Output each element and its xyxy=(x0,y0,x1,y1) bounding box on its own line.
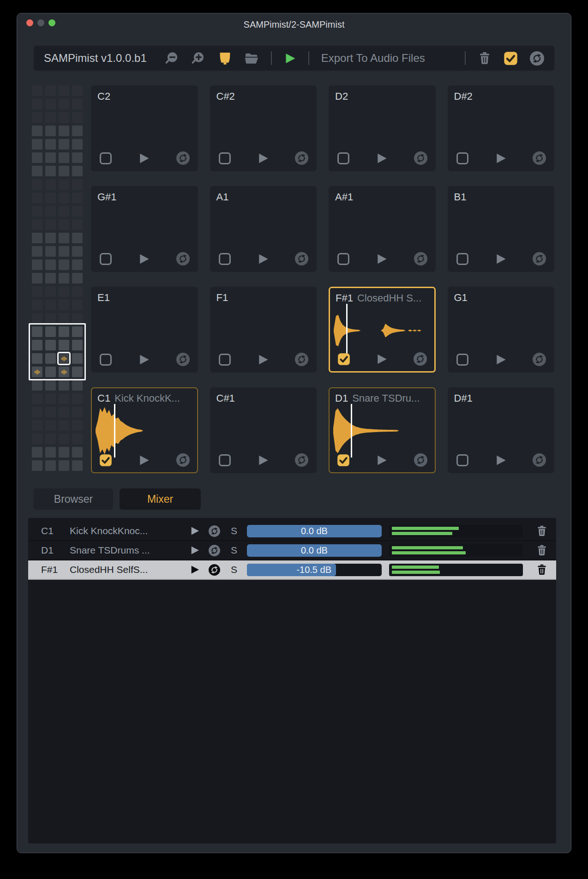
minimap-cell[interactable] xyxy=(72,286,83,297)
minimap-cell[interactable] xyxy=(72,206,83,217)
pad-play-button[interactable] xyxy=(138,253,150,265)
pad-checkbox[interactable] xyxy=(456,253,469,265)
minimap-cell[interactable] xyxy=(32,112,42,123)
pad-as1[interactable]: A#1 xyxy=(329,186,436,272)
pad-checkbox[interactable] xyxy=(218,454,231,467)
minimap-cell[interactable] xyxy=(45,286,56,297)
pad-sync-button[interactable] xyxy=(533,252,546,265)
pad-b1[interactable]: B1 xyxy=(448,186,555,272)
pad-play-button[interactable] xyxy=(257,152,269,164)
minimap-cell[interactable] xyxy=(32,313,42,324)
minimap-cell[interactable] xyxy=(45,447,56,458)
minimap-cell[interactable] xyxy=(59,420,69,431)
minimap-cell[interactable] xyxy=(32,460,42,471)
pad-checkbox[interactable] xyxy=(218,253,231,265)
pad-checkbox[interactable] xyxy=(337,353,350,366)
pad-checkbox[interactable] xyxy=(218,353,231,366)
pad-play-button[interactable] xyxy=(257,354,269,366)
solo-button[interactable]: S xyxy=(224,525,244,537)
minimap-cell[interactable] xyxy=(59,407,69,417)
minimap-cell[interactable] xyxy=(45,300,56,310)
mixer-play-button[interactable] xyxy=(185,545,204,555)
pad-play-button[interactable] xyxy=(495,454,507,466)
pad-checkbox[interactable] xyxy=(337,253,350,265)
playhead-marker[interactable] xyxy=(351,404,352,458)
volume-slider[interactable]: -10.5 dB xyxy=(247,564,382,576)
pad-ds1[interactable]: D#1 xyxy=(448,387,555,473)
minimap-cell[interactable] xyxy=(32,259,42,270)
pad-sync-button[interactable] xyxy=(414,352,427,366)
minimap-cell[interactable] xyxy=(59,126,69,136)
minimap-cell[interactable] xyxy=(32,99,42,109)
minimap-cell[interactable] xyxy=(32,380,42,391)
minimap-cell[interactable] xyxy=(32,447,42,458)
zoom-in-icon[interactable] xyxy=(192,51,206,66)
minimap-cell[interactable] xyxy=(72,393,83,404)
minimap-cell[interactable] xyxy=(45,112,56,123)
minimap-cell[interactable] xyxy=(59,460,69,471)
mixer-delete-button[interactable] xyxy=(534,525,550,537)
minimap-cell[interactable] xyxy=(59,246,69,257)
volume-slider[interactable]: 0.0 dB xyxy=(247,544,382,557)
minimap-cell[interactable] xyxy=(32,300,42,310)
mixer-play-button[interactable] xyxy=(185,526,204,536)
minimap-cell[interactable] xyxy=(59,273,69,283)
pad-c1[interactable]: C1 Kick KnockK... xyxy=(91,387,198,473)
open-folder-icon[interactable] xyxy=(244,51,259,66)
pad-sync-button[interactable] xyxy=(414,453,427,467)
volume-slider[interactable]: 0.0 dB xyxy=(247,525,382,537)
minimap-cell[interactable] xyxy=(72,447,83,458)
export-audio-button[interactable]: Export To Audio Files xyxy=(321,52,425,65)
minimap-viewport[interactable] xyxy=(29,323,86,380)
select-all-checkbox[interactable] xyxy=(504,51,518,66)
minimap-cell[interactable] xyxy=(59,259,69,270)
minimap-cell[interactable] xyxy=(72,300,83,310)
pad-c2[interactable]: C2 xyxy=(91,85,198,171)
pad-play-button[interactable] xyxy=(138,454,150,466)
pad-play-button[interactable] xyxy=(376,152,388,164)
pad-sync-button[interactable] xyxy=(295,353,308,366)
pad-sync-button[interactable] xyxy=(176,151,190,165)
minimap-cell[interactable] xyxy=(45,233,56,243)
trash-icon[interactable] xyxy=(478,51,492,65)
minimap-cell[interactable] xyxy=(59,233,69,243)
minimap-cell[interactable] xyxy=(72,219,83,230)
pad-play-button[interactable] xyxy=(376,253,388,265)
minimap-cell[interactable] xyxy=(45,219,56,230)
mixer-sync-button[interactable] xyxy=(204,525,224,537)
minimap-cell[interactable] xyxy=(59,447,69,458)
pad-sync-button[interactable] xyxy=(533,453,546,467)
minimap-cell[interactable] xyxy=(72,259,83,270)
minimap-cell[interactable] xyxy=(32,286,42,297)
mixer-row-c1[interactable]: C1 Kick KnockKnoc... S 0.0 dB xyxy=(28,522,556,541)
minimap-cell[interactable] xyxy=(45,99,56,109)
bell-icon[interactable] xyxy=(218,51,232,66)
pad-sync-button[interactable] xyxy=(533,353,546,366)
pad-play-button[interactable] xyxy=(495,253,507,265)
minimap-cell[interactable] xyxy=(72,152,83,163)
pad-sync-button[interactable] xyxy=(533,151,546,165)
pad-d2[interactable]: D2 xyxy=(329,85,436,171)
minimap-cell[interactable] xyxy=(72,433,83,444)
minimap-cell[interactable] xyxy=(45,433,56,444)
minimap-cell[interactable] xyxy=(59,152,69,163)
pad-ds2[interactable]: D#2 xyxy=(448,85,555,171)
pad-checkbox[interactable] xyxy=(99,253,112,265)
minimap-cell[interactable] xyxy=(72,179,83,190)
minimap-cell[interactable] xyxy=(32,246,42,257)
minimap-cell[interactable] xyxy=(72,166,83,176)
minimap-cell[interactable] xyxy=(59,112,69,123)
pad-g1[interactable]: G1 xyxy=(448,287,555,373)
minimap-cell[interactable] xyxy=(59,219,69,230)
pad-e1[interactable]: E1 xyxy=(91,287,198,373)
pad-play-button[interactable] xyxy=(495,152,507,164)
minimap-cell[interactable] xyxy=(72,380,83,391)
minimap-cell[interactable] xyxy=(32,433,42,444)
minimap-cell[interactable] xyxy=(45,460,56,471)
minimap-cell[interactable] xyxy=(32,219,42,230)
minimap-cell[interactable] xyxy=(45,259,56,270)
minimap-cell[interactable] xyxy=(32,193,42,203)
minimap-cell[interactable] xyxy=(72,313,83,324)
minimap-cell[interactable] xyxy=(32,393,42,404)
minimap-cell[interactable] xyxy=(59,193,69,203)
